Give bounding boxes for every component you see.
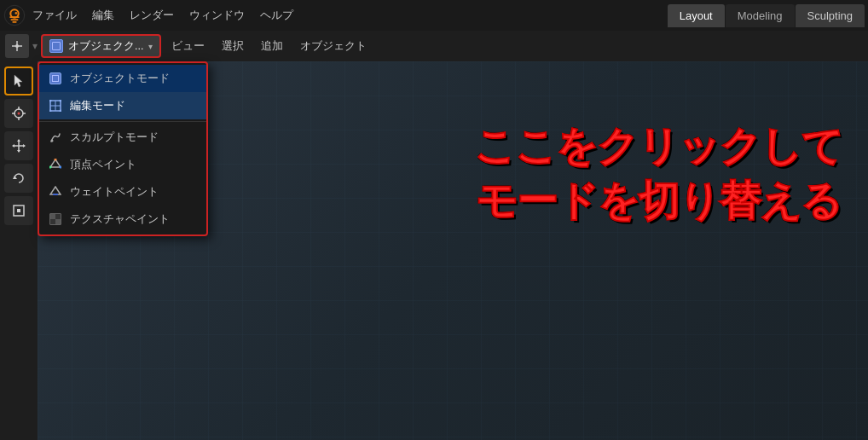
vertex-paint-icon (48, 157, 63, 172)
dropdown-item-texture-paint[interactable]: テクスチャペイント (39, 206, 206, 233)
svg-rect-40 (50, 214, 55, 219)
mode-selector-label: オブジェクク... (68, 39, 143, 54)
cursor-tool-button[interactable] (4, 99, 33, 128)
rotate-tool-button[interactable] (4, 164, 33, 193)
object-mode-label: オブジェクトモード (70, 71, 170, 86)
svg-point-28 (49, 100, 52, 102)
annotation-line2: モードを切り替える (474, 174, 842, 229)
3d-cursor-icon (11, 106, 26, 121)
menu-help[interactable]: ヘルプ (253, 4, 300, 26)
svg-marker-9 (14, 75, 22, 87)
toolbar-separator: ▾ (32, 40, 38, 52)
svg-marker-18 (17, 139, 20, 142)
workspace-tabs: Layout Modeling Sculpting (668, 4, 865, 27)
tab-layout[interactable]: Layout (668, 4, 725, 27)
transform-tool-button[interactable] (4, 196, 33, 225)
snap-tool-button[interactable] (5, 34, 29, 58)
snap-icon (10, 39, 24, 53)
edit-mode-label: 編集モード (70, 98, 125, 113)
weight-paint-label: ウェイトペイント (70, 184, 159, 200)
svg-point-5 (15, 12, 18, 14)
svg-point-32 (51, 140, 54, 142)
dropdown-item-weight-paint[interactable]: ウェイトペイント (39, 178, 206, 206)
dropdown-item-sculpt-mode[interactable]: スカルプトモード (39, 124, 206, 151)
blender-logo-icon (3, 4, 26, 26)
annotation-overlay: ここをクリックして モードを切り替える (474, 119, 842, 229)
toolbar-object[interactable]: オブジェクト (293, 35, 373, 57)
toolbar-view[interactable]: ビュー (165, 35, 211, 57)
select-tool-button[interactable] (4, 67, 33, 96)
move-icon (11, 138, 26, 153)
menu-window[interactable]: ウィンドウ (182, 4, 252, 26)
vertex-paint-label: 頂点ペイント (70, 157, 136, 172)
svg-rect-3 (11, 19, 19, 20)
dropdown-item-vertex-paint[interactable]: 頂点ペイント (39, 151, 206, 178)
mode-dropdown-menu: オブジェクトモード 編集モード スカルプトモード (38, 61, 208, 236)
mode-selector-dropdown-icon: ▾ (148, 42, 153, 51)
svg-rect-41 (55, 219, 61, 224)
svg-rect-4 (12, 21, 16, 23)
svg-marker-20 (12, 144, 14, 148)
dropdown-divider-1 (39, 121, 206, 122)
svg-point-30 (49, 110, 52, 113)
sculpt-mode-icon (48, 130, 63, 145)
svg-rect-43 (50, 219, 55, 224)
top-bar: ファイル 編集 レンダー ウィンドウ ヘルプ Layout Modeling S… (0, 0, 868, 31)
svg-point-31 (60, 110, 62, 113)
svg-rect-42 (55, 214, 61, 219)
mode-selector-icon (49, 39, 63, 53)
weight-paint-icon (48, 184, 63, 200)
transform-icon (11, 203, 26, 218)
svg-rect-24 (17, 209, 20, 212)
rotate-icon (11, 171, 26, 186)
texture-paint-label: テクスチャペイント (70, 211, 170, 227)
svg-point-29 (60, 100, 62, 102)
toolbar-row: ▾ オブジェクク... ▾ ビュー 選択 追加 オブジェクト (0, 31, 868, 61)
menu-file[interactable]: ファイル (26, 4, 84, 26)
menu-edit[interactable]: 編集 (85, 4, 121, 26)
toolbar-select[interactable]: 選択 (215, 35, 251, 57)
dropdown-item-edit-mode[interactable]: 編集モード (39, 92, 206, 119)
svg-point-15 (18, 113, 20, 115)
svg-point-8 (15, 44, 19, 48)
tab-modeling[interactable]: Modeling (726, 4, 795, 27)
sculpt-mode-label: スカルプトモード (70, 130, 159, 145)
toolbar-add[interactable]: 追加 (254, 35, 290, 57)
select-cursor-icon (11, 73, 26, 89)
edit-mode-icon (48, 98, 63, 113)
mode-selector-button[interactable]: オブジェクク... ▾ (41, 34, 161, 58)
move-tool-button[interactable] (4, 131, 33, 160)
texture-paint-icon (48, 211, 63, 227)
menu-items-group: ファイル 編集 レンダー ウィンドウ ヘルプ (26, 4, 668, 26)
object-mode-icon (48, 71, 63, 86)
svg-marker-37 (50, 187, 61, 194)
annotation-line1: ここをクリックして (474, 119, 842, 174)
left-sidebar (0, 61, 38, 440)
svg-marker-21 (23, 144, 26, 148)
menu-render[interactable]: レンダー (123, 4, 181, 26)
dropdown-item-object-mode[interactable]: オブジェクトモード (39, 65, 206, 92)
svg-marker-19 (17, 150, 20, 153)
tab-sculpting[interactable]: Sculpting (796, 4, 865, 27)
svg-rect-2 (9, 16, 19, 18)
